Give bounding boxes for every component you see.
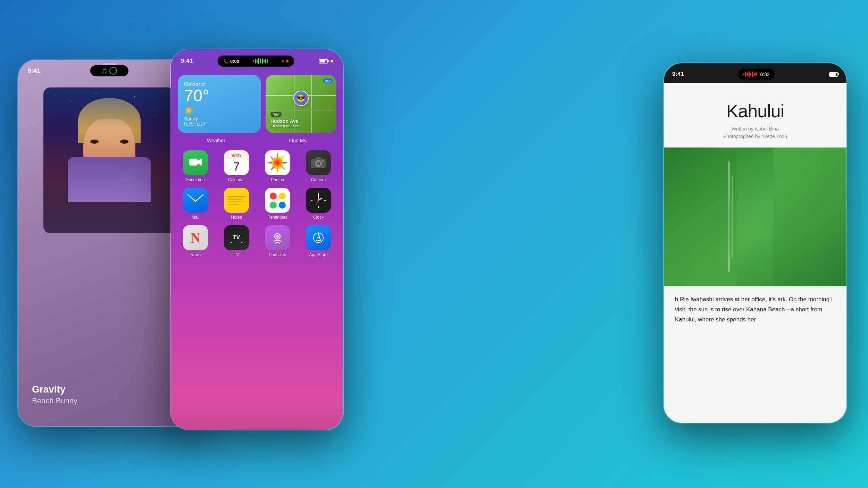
article-image — [664, 148, 846, 286]
clock-icon — [306, 188, 331, 213]
weather-temp: 70° — [184, 87, 254, 104]
weather-widget[interactable]: Oakland 70° ☀️ Sunny H:75° L:57° — [178, 75, 261, 133]
news-article-container: Kahului Written by Isabel Bina Photograp… — [664, 83, 846, 423]
reminders-label: Reminders — [267, 215, 287, 220]
right-battery-icon — [829, 72, 838, 77]
center-phone-status-bar: 9:41 📞 0:00 — [171, 49, 343, 69]
right-di-timer: 0:32 — [760, 71, 769, 77]
svg-point-24 — [276, 235, 279, 238]
scroll-indicator — [102, 63, 116, 65]
di-status-right — [282, 60, 289, 62]
app-notes[interactable]: Notes — [219, 188, 254, 220]
svg-rect-0 — [189, 159, 198, 166]
di-dot-indicator — [286, 60, 289, 62]
article-text: h Rie Iwahashi arrives at her office, it… — [675, 295, 835, 325]
calendar-day: 7 — [233, 159, 240, 174]
findmy-city: Stuyvesant Falls — [270, 124, 299, 128]
notes-icon — [224, 188, 249, 213]
app-podcasts[interactable]: Podcasts — [260, 225, 295, 257]
weather-label: Weather — [178, 138, 254, 143]
center-dynamic-island: 📞 0:00 — [218, 56, 294, 67]
reminders-icon — [265, 188, 290, 213]
battery-icon — [319, 59, 328, 64]
di-call-indicator: 📞 0:00 — [223, 59, 239, 64]
music-info: Gravity Beach Bunny — [32, 384, 77, 405]
battery-dot — [331, 60, 333, 62]
phone-icon: 📞 — [223, 59, 229, 64]
facetime-icon — [183, 150, 208, 175]
podcasts-label: Podcasts — [269, 252, 286, 257]
app-facetime[interactable]: FaceTime — [178, 150, 213, 182]
di-waveform — [243, 58, 278, 65]
widgets-area: Oakland 70° ☀️ Sunny H:75° L:57° 25A — [171, 69, 343, 133]
article-header: Kahului Written by Isabel Bina Photograp… — [664, 83, 846, 148]
appstore-label: App Store — [309, 252, 327, 257]
app-mail[interactable]: Mail — [178, 188, 213, 220]
left-phone-time: 9:41 — [28, 67, 40, 75]
song-artist: Beach Bunny — [32, 396, 77, 405]
route-badge: 25A — [323, 78, 333, 83]
article-byline: Written by Isabel Bina Photographed by Y… — [678, 125, 833, 141]
right-phone: 9:41 0:32 — [663, 62, 847, 423]
center-status-right — [319, 59, 333, 64]
appstore-icon — [306, 225, 331, 250]
right-dynamic-island: 0:32 — [738, 69, 774, 80]
album-artwork — [43, 87, 175, 233]
widget-labels: Weather Find My — [171, 133, 343, 143]
right-phone-status-bar: 9:41 0:32 — [664, 63, 846, 83]
photos-label: Photos — [271, 177, 284, 182]
call-timer: 0:00 — [230, 59, 239, 64]
now-badge: Now — [270, 112, 282, 117]
right-di-waveform — [743, 71, 757, 78]
app-appstore[interactable]: App Store — [301, 225, 336, 257]
clock-label: Clock — [313, 215, 324, 220]
music-note-icon: 🎵 — [101, 68, 107, 74]
dock-hint — [171, 402, 343, 430]
left-phone-dynamic-island: 🎵 — [90, 65, 128, 76]
byline-line2: Photographed by Yvette Yoon — [678, 133, 833, 140]
svg-point-5 — [275, 161, 279, 165]
photos-icon — [265, 150, 290, 175]
center-phone-time: 9:41 — [181, 58, 193, 65]
news-label: News — [190, 252, 201, 257]
calendar-label: Calendar — [228, 177, 245, 182]
right-status-right — [829, 72, 838, 77]
calendar-month: WED — [224, 152, 249, 159]
findmy-widget[interactable]: 25A 😎 Now Hudson Ave Stuyvesant Falls — [266, 75, 336, 133]
mail-icon — [183, 188, 208, 213]
camera-label: Camera — [311, 177, 326, 182]
app-grid: FaceTime WED 7 Calendar — [171, 143, 343, 257]
mail-label: Mail — [192, 215, 199, 220]
app-photos[interactable]: Photos — [260, 150, 295, 182]
song-title: Gravity — [32, 384, 77, 395]
podcasts-icon — [265, 225, 290, 250]
findmy-street: Hudson Ave — [270, 118, 299, 124]
weather-condition: Sunny — [184, 116, 254, 121]
byline-line1: Written by Isabel Bina — [678, 125, 833, 133]
tv-label: TV — [234, 252, 239, 257]
weather-hi-lo: H:75° L:57° — [184, 121, 254, 127]
news-icon: N — [183, 225, 208, 250]
findmy-location: Now Hudson Ave Stuyvesant Falls — [270, 111, 299, 128]
notes-label: Notes — [231, 215, 242, 220]
svg-text:TV: TV — [233, 234, 240, 240]
camera-icon — [306, 150, 331, 175]
center-phone: 9:41 📞 0:00 — [170, 49, 344, 430]
svg-point-9 — [322, 160, 324, 161]
sun-icon: ☀️ — [184, 106, 254, 115]
calendar-icon: WED 7 — [224, 150, 249, 175]
app-camera[interactable]: Camera — [301, 150, 336, 182]
app-reminders[interactable]: Reminders — [260, 188, 295, 220]
article-title: Kahului — [678, 101, 833, 121]
app-clock[interactable]: Clock — [301, 188, 336, 220]
article-body: h Rie Iwahashi arrives at her office, it… — [664, 286, 846, 333]
app-tv[interactable]: TV TV — [219, 225, 254, 257]
facetime-label: FaceTime — [186, 177, 205, 182]
app-calendar[interactable]: WED 7 Calendar — [219, 150, 254, 182]
article-body-text: h Rie Iwahashi arrives at her office, it… — [675, 296, 833, 323]
right-phone-time: 9:41 — [672, 71, 684, 78]
ring-icon — [109, 67, 117, 75]
findmy-label: Find My — [259, 138, 336, 143]
findmy-avatar: 😎 — [293, 91, 309, 106]
app-news[interactable]: N News — [178, 225, 213, 257]
